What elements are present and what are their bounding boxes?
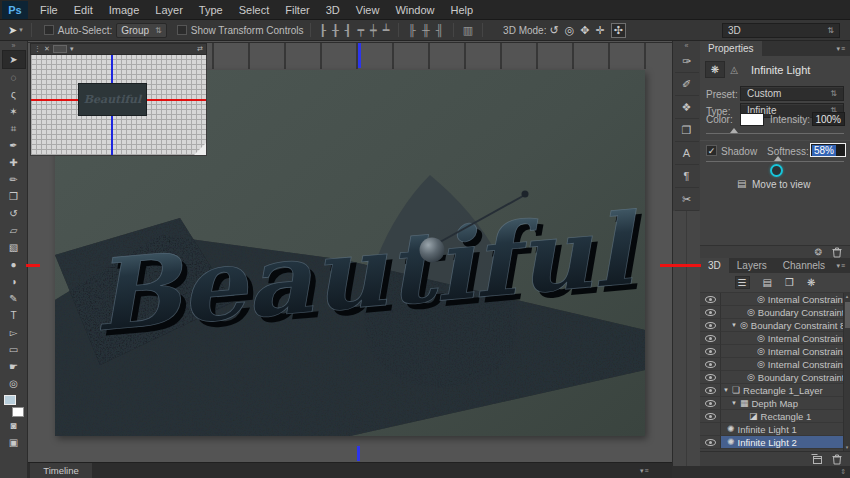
- menu-view[interactable]: View: [348, 0, 388, 20]
- intensity-input[interactable]: 100%: [812, 112, 845, 126]
- collapse-icon[interactable]: »: [12, 41, 16, 50]
- healing-brush-tool[interactable]: ✚: [2, 154, 26, 171]
- shape-tool[interactable]: ▭: [2, 341, 26, 358]
- crop-tool[interactable]: ⌗: [2, 120, 26, 137]
- trash-icon[interactable]: [832, 247, 842, 258]
- color-swatches[interactable]: [2, 395, 26, 417]
- light-type-button[interactable]: ❋: [705, 61, 725, 78]
- menu-layer[interactable]: Layer: [147, 0, 191, 20]
- tab-channels[interactable]: Channels: [775, 258, 833, 273]
- spot-light-button[interactable]: ◬: [725, 61, 743, 78]
- close-icon[interactable]: ✕: [44, 45, 50, 53]
- light-color-swatch[interactable]: [740, 113, 764, 126]
- distribute-center-icon[interactable]: ╫: [422, 24, 430, 36]
- panel-menu-icon[interactable]: ▾≡: [836, 262, 846, 270]
- list-item[interactable]: ◎Internal Constraint...: [700, 345, 850, 358]
- auto-select-target-dropdown[interactable]: Group ⇅: [116, 23, 167, 38]
- type-tool[interactable]: T: [2, 307, 26, 324]
- swap-view-icon[interactable]: ⇄: [197, 45, 203, 53]
- align-top-icon[interactable]: ┯: [357, 24, 364, 37]
- history-brush-tool[interactable]: ↺: [2, 205, 26, 222]
- workspace-dropdown[interactable]: 3D ⇅: [722, 23, 840, 38]
- clone-stamp-tool[interactable]: ❐: [2, 188, 26, 205]
- panel-menu-icon[interactable]: ▾≡: [836, 45, 846, 53]
- expand-icon[interactable]: ▼: [731, 400, 737, 406]
- slide-camera-icon[interactable]: ✛: [596, 24, 605, 37]
- list-item[interactable]: ◎Internal Constraint...: [700, 358, 850, 371]
- paragraph-panel-button[interactable]: ¶: [675, 165, 699, 188]
- menu-window[interactable]: Window: [387, 0, 442, 20]
- zoom-tool[interactable]: ◎: [2, 375, 26, 392]
- filter-scene-icon[interactable]: ☰: [735, 276, 750, 289]
- view-select-button[interactable]: [53, 45, 67, 53]
- expand-panels-icon[interactable]: «: [685, 41, 689, 50]
- align-center-v-icon[interactable]: ┿: [370, 24, 377, 37]
- visibility-cell[interactable]: [700, 332, 721, 345]
- menu-type[interactable]: Type: [191, 0, 231, 20]
- show-transform-checkbox[interactable]: [177, 25, 187, 35]
- tab-timeline[interactable]: Timeline: [30, 463, 92, 478]
- secondary-3d-view[interactable]: ⋮ ✕ ▾ ⇄ Beautiful: [30, 43, 207, 156]
- menu-filter[interactable]: Filter: [277, 0, 317, 20]
- list-item[interactable]: ◎Boundary Constraint 7: [700, 306, 850, 319]
- tool-preset-dropdown-icon[interactable]: ▾: [19, 26, 23, 34]
- timeline-menu-icon[interactable]: ▾≡: [640, 467, 650, 475]
- blur-tool[interactable]: ●: [2, 256, 26, 273]
- foreground-color-swatch[interactable]: [4, 395, 16, 405]
- align-center-h-icon[interactable]: ╂: [332, 24, 339, 37]
- screen-mode-button[interactable]: ▣: [2, 434, 26, 451]
- softness-input[interactable]: 58%: [810, 143, 846, 157]
- tab-properties[interactable]: Properties: [700, 41, 762, 56]
- auto-align-icon[interactable]: ▥: [463, 24, 473, 37]
- filter-lights-icon[interactable]: ❋: [807, 277, 815, 288]
- move-tool[interactable]: ➤: [2, 50, 26, 69]
- drag-camera-icon[interactable]: ✥: [580, 24, 589, 37]
- shadow-checkbox[interactable]: ✓: [706, 145, 717, 156]
- background-color-swatch[interactable]: [12, 407, 24, 417]
- list-item[interactable]: ◎Boundary Constraint 12: [700, 371, 850, 384]
- expand-icon[interactable]: ▼: [723, 387, 729, 393]
- quick-mask-button[interactable]: ◙: [2, 417, 26, 434]
- menu-help[interactable]: Help: [443, 0, 482, 20]
- align-left-icon[interactable]: ┠: [320, 24, 327, 37]
- visibility-cell[interactable]: [700, 423, 721, 436]
- visibility-cell[interactable]: [700, 397, 721, 410]
- visibility-cell[interactable]: [700, 384, 721, 397]
- list-item[interactable]: ◪Rectangle 1: [700, 410, 850, 423]
- tool-presets-button[interactable]: ❖: [675, 96, 699, 119]
- list-item[interactable]: ✺Infinite Light 1: [700, 423, 850, 436]
- light-widget-ring[interactable]: [770, 164, 783, 177]
- expand-icon[interactable]: ▼: [731, 322, 737, 328]
- canvas-area[interactable]: Beautiful Beautiful ⋮ ✕ ▾ ⇄ Beautiful: [28, 41, 672, 462]
- align-right-icon[interactable]: ┨: [345, 24, 352, 37]
- brush-panel-button[interactable]: ✑: [675, 50, 699, 73]
- brush-presets-button[interactable]: ✐: [675, 73, 699, 96]
- dodge-tool[interactable]: ◑: [2, 273, 26, 290]
- rotate-camera-icon[interactable]: ↺: [549, 24, 558, 37]
- visibility-cell[interactable]: [700, 306, 721, 319]
- distribute-right-icon[interactable]: ╢: [436, 24, 444, 36]
- tab-3d[interactable]: 3D: [700, 258, 729, 273]
- eyedropper-tool[interactable]: ✒: [2, 137, 26, 154]
- visibility-cell[interactable]: [700, 319, 721, 332]
- intensity-slider[interactable]: [706, 133, 844, 134]
- pen-tool[interactable]: ✎: [2, 290, 26, 307]
- distribute-left-icon[interactable]: ╟: [408, 24, 416, 36]
- visibility-cell[interactable]: [700, 436, 721, 449]
- softness-slider-thumb[interactable]: [774, 156, 782, 161]
- hand-tool[interactable]: ☛: [2, 358, 26, 375]
- filter-materials-icon[interactable]: ❒: [785, 277, 794, 288]
- intensity-slider-thumb[interactable]: [730, 128, 738, 133]
- scrollbar[interactable]: ▴ ▾: [843, 293, 850, 451]
- visibility-cell[interactable]: [700, 410, 721, 423]
- scale-camera-icon[interactable]: ✣: [611, 23, 626, 38]
- roll-camera-icon[interactable]: ◎: [565, 24, 575, 37]
- menu-image[interactable]: Image: [101, 0, 148, 20]
- toggle-lights-icon[interactable]: ❂: [814, 247, 822, 257]
- move-tool-icon[interactable]: ➤: [8, 24, 17, 37]
- list-item[interactable]: ◎Internal Constraint 9: [700, 332, 850, 345]
- visibility-cell[interactable]: [700, 371, 721, 384]
- trash-icon[interactable]: [832, 454, 842, 465]
- list-item-selected[interactable]: ✺Infinite Light 2: [700, 436, 850, 449]
- chevron-down-icon[interactable]: ▾: [70, 45, 74, 53]
